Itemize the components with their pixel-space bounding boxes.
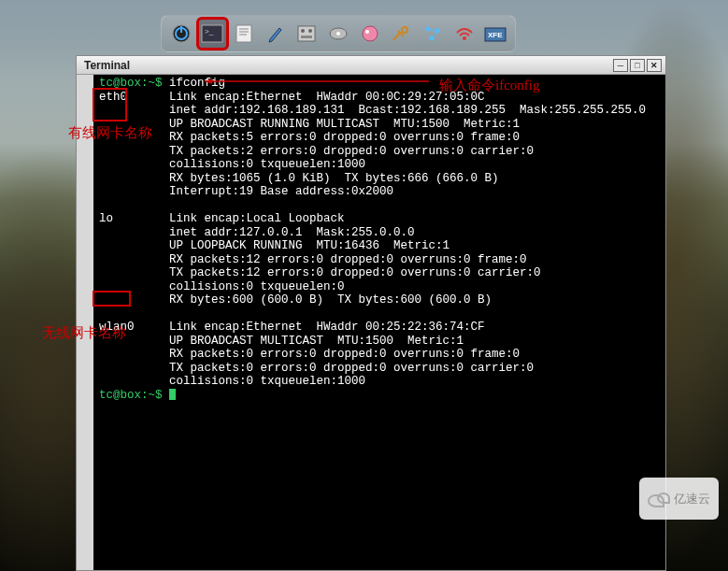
taskbar: >_ XFE	[161, 15, 516, 52]
minimize-button[interactable]: ─	[613, 59, 628, 72]
power-icon[interactable]	[166, 19, 196, 49]
watermark-text: 亿速云	[674, 491, 710, 507]
svg-text:XFE: XFE	[488, 31, 503, 39]
svg-text:>_: >_	[205, 27, 214, 36]
disk-icon[interactable]	[323, 19, 353, 49]
svg-point-11	[308, 29, 312, 33]
cloud-icon	[648, 491, 670, 507]
svg-rect-9	[298, 26, 315, 41]
terminal-content[interactable]: tc@box:~$ ifconfig eth0 Link encap:Ether…	[77, 75, 665, 570]
network-icon[interactable]	[418, 19, 448, 49]
control-panel-icon[interactable]	[293, 19, 322, 49]
mount-icon[interactable]	[355, 19, 385, 49]
prompt: tc@box:~$	[99, 77, 163, 90]
svg-rect-12	[301, 36, 312, 38]
svg-point-17	[402, 27, 407, 33]
svg-rect-5	[236, 25, 251, 42]
svg-line-22	[432, 31, 437, 38]
svg-point-15	[363, 26, 378, 41]
window-title: Terminal	[80, 59, 613, 72]
file-manager-icon[interactable]: XFE	[480, 19, 510, 49]
watermark: 亿速云	[639, 478, 719, 520]
svg-point-10	[301, 29, 305, 33]
terminal-icon[interactable]: >_	[198, 19, 228, 49]
svg-point-16	[365, 30, 369, 34]
iface-eth0: eth0	[99, 91, 127, 104]
iface-wlan0: wlan0	[99, 321, 135, 334]
wifi-icon[interactable]	[450, 19, 479, 49]
titlebar[interactable]: Terminal ─ □ ✕	[77, 56, 665, 75]
editor-icon[interactable]	[229, 19, 259, 49]
pencil-icon[interactable]	[261, 19, 291, 49]
cursor	[169, 389, 176, 400]
command-text: ifconfig	[169, 77, 225, 90]
svg-point-23	[463, 36, 466, 40]
maximize-button[interactable]: □	[630, 59, 645, 72]
terminal-window: Terminal ─ □ ✕ tc@box:~$ ifconfig eth0 L…	[76, 55, 666, 571]
prompt-2: tc@box:~$	[99, 389, 163, 402]
close-button[interactable]: ✕	[647, 59, 662, 72]
tools-icon[interactable]	[386, 19, 416, 49]
svg-point-14	[336, 32, 340, 36]
iface-lo: lo	[99, 212, 113, 225]
